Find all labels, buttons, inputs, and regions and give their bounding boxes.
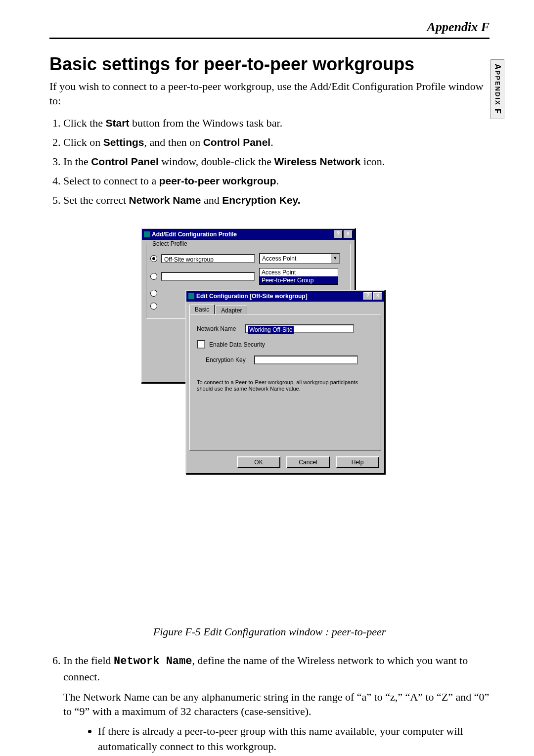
app-icon [188,293,194,299]
intro-paragraph: If you wish to connect to a peer-to-peer… [49,80,490,108]
cancel-button[interactable]: Cancel [286,456,330,468]
dropdown-option-peer-to-peer[interactable]: Peer-to-Peer Group [260,276,338,284]
profile-row-2: Access Point Peer-to-Peer Group [150,268,346,285]
help-icon[interactable]: ? [363,292,372,300]
label-encryption-key: Encryption Key [206,356,250,363]
group-label: Select Profile [150,240,189,247]
header-rule [49,38,490,39]
close-icon[interactable]: × [344,230,353,238]
dialog1-title: Add/Edit Configuration Profile [152,231,332,238]
side-tab: APPENDIX F [490,59,504,119]
profile-row-1: Off-Site workgroup Access Point ▼ [150,253,346,264]
label-network-name: Network Name [197,325,241,332]
side-tab-rest: PPENDIX [494,71,501,106]
steps-list: Click the Start button from the Windows … [63,115,490,208]
step-4: Select to connect to a peer-to-peer work… [63,173,490,189]
dropdown-selected: Access Point [260,254,339,263]
radio-2[interactable] [150,273,157,280]
hint-text: To connect to a Peer-to-Peer workgroup, … [197,379,374,392]
dialog1-titlebar[interactable]: Add/Edit Configuration Profile ? × [142,229,355,240]
step-6-note: The Network Name can be any alphanumeric… [63,690,490,719]
dialog2-title: Edit Configuration [Off-Site workgroup] [196,293,361,300]
tab-panel-basic: Network Name Working Off-Site Enable Dat… [189,314,381,450]
close-icon[interactable]: × [373,292,382,300]
step-6-bullet: If there is already a peer-to-peer group… [98,724,490,755]
enable-security-checkbox[interactable] [197,340,205,349]
figure-f5: Add/Edit Configuration Profile ? × Selec… [141,228,398,616]
network-name-value: Working Off-Site [248,326,294,334]
figure-caption: Figure F-5 Edit Configuration window : p… [49,625,490,638]
help-icon[interactable]: ? [334,230,343,238]
dropdown-list: Access Point Peer-to-Peer Group [259,268,338,285]
step-5: Set the correct Network Name and Encrypt… [63,192,490,208]
dialog-edit-configuration: Edit Configuration [Off-Site workgroup] … [185,290,385,474]
tab-strip: Basic Adapter [189,305,381,314]
row-enable-security: Enable Data Security [197,340,374,349]
step-1: Click the Start button from the Windows … [63,115,490,131]
side-tab-letter: A [493,64,502,71]
steps-continuation: In the field Network Name, define the na… [49,653,490,755]
side-tab-end: F [493,106,502,115]
section-title: Basic settings for peer-to-peer workgrou… [49,54,490,75]
help-button[interactable]: Help [336,456,379,468]
network-name-input[interactable]: Working Off-Site [245,324,354,333]
app-icon [144,231,150,237]
step-2: Click on Settings, and then on Control P… [63,134,490,150]
step-3: In the Control Panel window, double-clic… [63,153,490,170]
chevron-down-icon[interactable]: ▼ [331,254,339,263]
step-6: In the field Network Name, define the na… [63,653,490,755]
profile-name-input-2[interactable] [161,272,255,281]
running-header: Appendix F [49,20,490,35]
row-encryption-key: Encryption Key [206,356,374,364]
label-enable-security: Enable Data Security [209,341,265,348]
tab-basic[interactable]: Basic [189,305,215,314]
radio-1[interactable] [150,255,157,262]
profile-type-dropdown[interactable]: Access Point ▼ [259,253,340,264]
ok-button[interactable]: OK [237,456,280,468]
radio-3[interactable] [150,290,157,297]
row-network-name: Network Name Working Off-Site [197,324,374,333]
dialog2-buttons: OK Cancel Help [186,453,384,473]
radio-4[interactable] [150,303,157,310]
dropdown-option-access-point[interactable]: Access Point [260,268,338,276]
encryption-key-input[interactable] [254,356,358,364]
dialog2-titlebar[interactable]: Edit Configuration [Off-Site workgroup] … [186,291,384,302]
profile-name-input[interactable]: Off-Site workgroup [161,254,255,263]
